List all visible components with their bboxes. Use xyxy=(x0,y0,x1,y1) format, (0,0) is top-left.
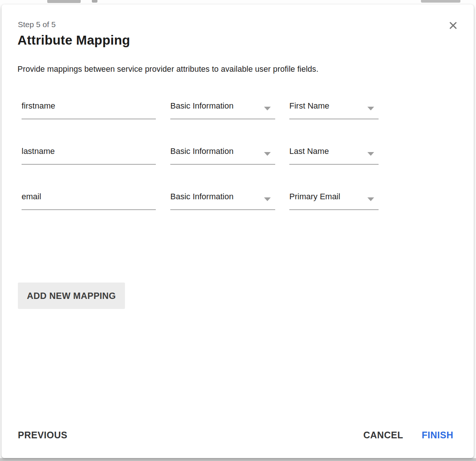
category-select[interactable]: Basic Information xyxy=(170,98,275,119)
cancel-button[interactable]: CANCEL xyxy=(363,430,403,441)
close-icon xyxy=(449,21,457,30)
mapping-row: Basic Information Primary Email xyxy=(1,189,474,210)
chevron-down-icon xyxy=(367,107,374,110)
background-caret-fragment xyxy=(92,0,97,3)
attribute-name-field xyxy=(22,98,156,119)
step-indicator: Step 5 of 5 xyxy=(18,20,56,29)
mapping-row: Basic Information Last Name xyxy=(1,144,474,165)
attribute-name-field xyxy=(22,144,156,165)
attribute-input[interactable] xyxy=(22,189,156,202)
category-select[interactable]: Basic Information xyxy=(170,189,275,210)
profile-field-select[interactable]: Primary Email xyxy=(289,189,379,210)
category-select-value: Basic Information xyxy=(170,189,275,202)
page-title: Attribute Mapping xyxy=(17,33,130,48)
attribute-mapping-dialog: Step 5 of 5 Attribute Mapping Provide ma… xyxy=(1,4,474,458)
chevron-down-icon xyxy=(264,152,271,156)
category-select-value: Basic Information xyxy=(170,98,275,111)
finish-button[interactable]: FINISH xyxy=(422,430,453,441)
profile-field-select-value: Last Name xyxy=(289,144,379,156)
modal-bottom-shadow xyxy=(0,458,476,461)
chevron-down-icon xyxy=(264,197,271,201)
chevron-down-icon xyxy=(367,197,374,201)
chevron-down-icon xyxy=(264,107,271,110)
mapping-row: Basic Information First Name xyxy=(1,98,474,119)
attribute-name-field xyxy=(22,189,156,210)
profile-field-select-value: Primary Email xyxy=(289,189,379,202)
add-new-mapping-button[interactable]: ADD NEW MAPPING xyxy=(18,283,125,309)
close-button[interactable] xyxy=(445,17,461,33)
profile-field-select[interactable]: Last Name xyxy=(289,144,379,165)
chevron-down-icon xyxy=(367,152,374,156)
dialog-description: Provide mappings between service provide… xyxy=(17,65,318,74)
previous-button[interactable]: PREVIOUS xyxy=(18,430,67,441)
profile-field-select-value: First Name xyxy=(289,98,379,111)
profile-field-select[interactable]: First Name xyxy=(289,98,379,119)
category-select[interactable]: Basic Information xyxy=(170,144,275,165)
attribute-input[interactable] xyxy=(22,144,156,156)
background-content-fragment xyxy=(421,0,460,3)
category-select-value: Basic Information xyxy=(170,144,275,156)
background-content-fragment xyxy=(47,0,81,3)
attribute-input[interactable] xyxy=(22,98,156,111)
